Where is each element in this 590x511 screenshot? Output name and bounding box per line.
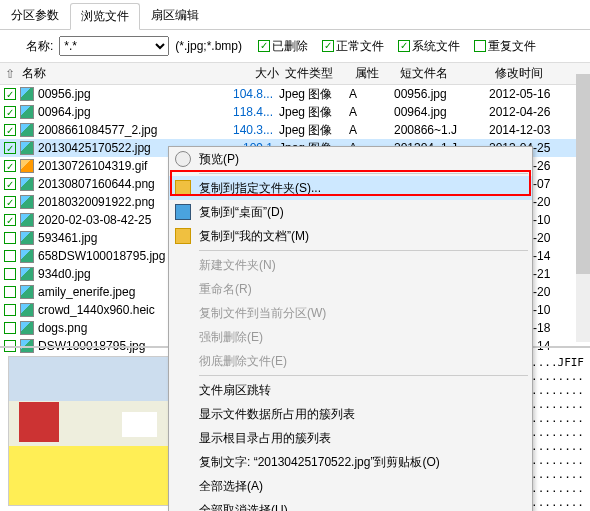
menu-copy-to-partition: 复制文件到当前分区(W) xyxy=(169,301,532,325)
filter-name-label: 名称: xyxy=(26,38,53,55)
ascii-dump: ....JFIF ........ ........ ........ ....… xyxy=(531,356,584,511)
file-icon xyxy=(20,141,34,155)
up-icon[interactable]: ⇧ xyxy=(0,67,20,81)
row-checkbox[interactable]: ✓ xyxy=(4,106,16,118)
col-name[interactable]: 名称 xyxy=(20,65,230,82)
file-icon xyxy=(20,87,34,101)
row-checkbox[interactable]: ✓ xyxy=(4,214,16,226)
file-short: 200866~1.J xyxy=(394,123,489,137)
col-attr[interactable]: 属性 xyxy=(355,65,400,82)
col-size[interactable]: 大小 xyxy=(230,65,285,82)
file-attr: A xyxy=(349,123,394,137)
chk-system[interactable]: ✓系统文件 xyxy=(398,38,460,55)
folder-icon xyxy=(175,180,191,196)
chk-deleted[interactable]: ✓已删除 xyxy=(258,38,308,55)
menu-new-file: 新建文件夹(N) xyxy=(169,253,532,277)
table-row[interactable]: ✓00964.jpg118.4...Jpeg 图像A00964.jpg2012-… xyxy=(0,103,590,121)
chk-dup[interactable]: 重复文件 xyxy=(474,38,536,55)
file-size: 118.4... xyxy=(224,105,279,119)
file-attr: A xyxy=(349,105,394,119)
file-icon xyxy=(20,285,34,299)
file-size: 104.8... xyxy=(224,87,279,101)
menu-show-clusters-dirs[interactable]: 显示根目录占用的簇列表 xyxy=(169,426,532,450)
menu-copy-text[interactable]: 复制文字: “20130425170522.jpg”到剪贴板(O) xyxy=(169,450,532,474)
menu-select-all[interactable]: 全部选择(A) xyxy=(169,474,532,498)
file-icon xyxy=(20,267,34,281)
file-icon xyxy=(20,231,34,245)
filter-pattern-select[interactable]: *.* xyxy=(59,36,169,56)
file-name: 00956.jpg xyxy=(38,87,224,101)
row-checkbox[interactable] xyxy=(4,304,16,316)
scrollbar[interactable] xyxy=(576,74,590,342)
col-type[interactable]: 文件类型 xyxy=(285,65,355,82)
file-mod: 2012-05-16 xyxy=(489,87,579,101)
tab-browse[interactable]: 浏览文件 xyxy=(70,3,140,30)
row-checkbox[interactable]: ✓ xyxy=(4,160,16,172)
col-mod[interactable]: 修改时间 xyxy=(495,65,585,82)
context-menu: 预览(P) 复制到指定文件夹(S)... 复制到“桌面”(D) 复制到“我的文档… xyxy=(168,146,533,511)
row-checkbox[interactable] xyxy=(4,232,16,244)
menu-rename: 重命名(R) xyxy=(169,277,532,301)
file-type: Jpeg 图像 xyxy=(279,86,349,103)
file-short: 00964.jpg xyxy=(394,105,489,119)
table-row[interactable]: ✓2008661084577_2.jpg140.3...Jpeg 图像A2008… xyxy=(0,121,590,139)
file-icon xyxy=(20,105,34,119)
menu-sector-jump[interactable]: 文件扇区跳转 xyxy=(169,378,532,402)
desktop-icon xyxy=(175,204,191,220)
row-checkbox[interactable] xyxy=(4,268,16,280)
tab-partition[interactable]: 分区参数 xyxy=(0,2,70,29)
documents-icon xyxy=(175,228,191,244)
file-size: 140.3... xyxy=(224,123,279,137)
file-mod: 2012-04-26 xyxy=(489,105,579,119)
file-icon xyxy=(20,195,34,209)
menu-copy-to-desktop[interactable]: 复制到“桌面”(D) xyxy=(169,200,532,224)
menu-show-clusters-files[interactable]: 显示文件数据所占用的簇列表 xyxy=(169,402,532,426)
menu-force-delete: 强制删除(E) xyxy=(169,325,532,349)
file-icon xyxy=(20,249,34,263)
chk-normal[interactable]: ✓正常文件 xyxy=(322,38,384,55)
menu-deselect-all[interactable]: 全部取消选择(U) xyxy=(169,498,532,511)
menu-copy-to-docs[interactable]: 复制到“我的文档”(M) xyxy=(169,224,532,248)
row-checkbox[interactable]: ✓ xyxy=(4,124,16,136)
filter-ext-hint: (*.jpg;*.bmp) xyxy=(175,39,242,53)
table-row[interactable]: ✓00956.jpg104.8...Jpeg 图像A00956.jpg2012-… xyxy=(0,85,590,103)
file-type: Jpeg 图像 xyxy=(279,122,349,139)
menu-preview[interactable]: 预览(P) xyxy=(169,147,532,171)
file-icon xyxy=(20,321,34,335)
row-checkbox[interactable]: ✓ xyxy=(4,196,16,208)
file-attr: A xyxy=(349,87,394,101)
file-icon xyxy=(20,303,34,317)
file-mod: 2014-12-03 xyxy=(489,123,579,137)
row-checkbox[interactable] xyxy=(4,286,16,298)
file-short: 00956.jpg xyxy=(394,87,489,101)
file-icon xyxy=(20,177,34,191)
row-checkbox[interactable] xyxy=(4,322,16,334)
column-headers: ⇧ 名称 大小 文件类型 属性 短文件名 修改时间 xyxy=(0,62,590,85)
menu-perm-delete: 彻底删除文件(E) xyxy=(169,349,532,373)
file-type: Jpeg 图像 xyxy=(279,104,349,121)
search-icon xyxy=(175,151,191,167)
file-icon xyxy=(20,123,34,137)
file-icon xyxy=(20,159,34,173)
row-checkbox[interactable]: ✓ xyxy=(4,88,16,100)
row-checkbox[interactable]: ✓ xyxy=(4,178,16,190)
row-checkbox[interactable] xyxy=(4,250,16,262)
menu-copy-to-folder[interactable]: 复制到指定文件夹(S)... xyxy=(169,176,532,200)
file-name: 2008661084577_2.jpg xyxy=(38,123,224,137)
col-short[interactable]: 短文件名 xyxy=(400,65,495,82)
row-checkbox[interactable]: ✓ xyxy=(4,142,16,154)
tab-sector[interactable]: 扇区编辑 xyxy=(140,2,210,29)
preview-pane xyxy=(8,356,173,506)
file-icon xyxy=(20,213,34,227)
file-name: 00964.jpg xyxy=(38,105,224,119)
